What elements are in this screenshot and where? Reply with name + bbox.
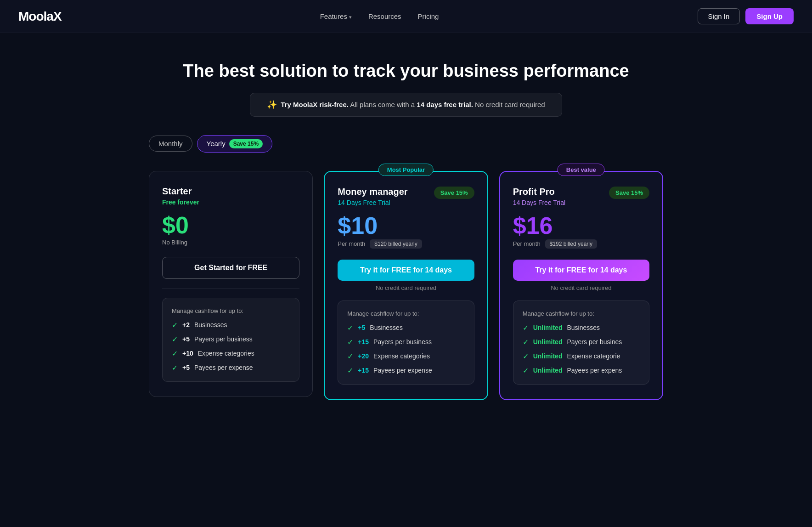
sparkle-icon: ✨ [267,100,277,110]
check-icon: ✓ [172,349,178,358]
feature-text: Payees per expense [194,364,253,371]
starter-plan-name: Starter [162,186,299,197]
banner-brand: Try MoolaX risk-free. [281,101,349,108]
money-manager-card: Most Popular Money manager 14 Days Free … [324,171,488,400]
list-item: ✓ Unlimited Payers per busines [523,338,640,346]
logo-text: MoolaX [18,9,62,23]
feature-num: Unlimited [533,338,563,346]
profit-pro-cta-button[interactable]: Try it for FREE for 14 days [513,260,649,281]
list-item: ✓ +10 Expense categories [172,349,290,358]
profit-pro-price: $16 [513,214,649,238]
feature-num: +10 [182,350,193,357]
feature-text: Payers per business [373,338,432,346]
money-manager-sub-label: 14 Days Free Trial [338,199,474,206]
banner-text: All plans come with a [350,101,417,108]
check-icon: ✓ [347,323,353,332]
nav-features[interactable]: Features [320,12,352,20]
feature-num: Unlimited [533,367,563,374]
list-item: ✓ Unlimited Payees per expens [523,366,640,375]
billed-badge: $120 billed yearly [370,239,422,249]
monthly-toggle[interactable]: Monthly [149,136,192,152]
starter-billing-text: No Billing [162,239,187,246]
feature-num: +5 [358,324,365,331]
check-icon: ✓ [347,338,353,346]
nav-pricing[interactable]: Pricing [418,12,439,20]
feature-num: +5 [182,335,190,343]
popular-badge-wrapper: Most Popular [378,164,434,176]
profit-pro-no-cc: No credit card required [513,284,649,291]
money-manager-no-cc: No credit card required [338,284,474,291]
list-item: ✓ +5 Businesses [347,323,464,332]
billed-badge: $192 billed yearly [545,239,597,249]
check-icon: ✓ [172,321,178,329]
banner-no-cc: No credit card required [475,101,545,108]
starter-billing: No Billing [162,239,299,246]
billing-toggle: Monthly Yearly Save 15% [149,135,663,153]
check-icon: ✓ [347,366,353,375]
feature-text: Businesses [370,324,403,331]
feature-text: Businesses [567,324,600,331]
feature-text: Payers per busines [567,338,622,346]
money-manager-billing: Per month $120 billed yearly [338,239,474,249]
value-badge: Best value [558,164,605,176]
nav-resources[interactable]: Resources [368,12,401,20]
banner-highlight: 14 days free trial. [417,101,473,108]
list-item: ✓ +15 Payees per expense [347,366,464,375]
nav-actions: Sign In Sign Up [698,8,794,24]
profit-pro-save-badge: Save 15% [609,187,649,199]
hero-title: The best solution to track your business… [149,61,663,82]
starter-price: $0 [162,213,299,237]
yearly-label: Yearly [207,140,226,147]
check-icon: ✓ [523,352,529,361]
feature-text: Businesses [194,321,227,329]
check-icon: ✓ [523,366,529,375]
starter-sub-label: Free forever [162,198,299,206]
profit-pro-card: Best value Profit Pro 14 Days Free Trial… [499,171,663,400]
profit-pro-sub-label: 14 Days Free Trial [513,199,649,206]
feature-num: Unlimited [533,352,563,360]
profit-pro-billing: Per month $192 billed yearly [513,239,649,249]
check-icon: ✓ [347,352,353,361]
profit-pro-features-box: Manage cashflow for up to: ✓ Unlimited B… [513,300,649,385]
feature-num: +15 [358,367,369,374]
main-content: The best solution to track your business… [130,33,682,437]
feature-text: Expense categorie [567,352,620,360]
value-badge-wrapper: Best value [558,164,605,176]
list-item: ✓ +15 Payers per business [347,338,464,346]
feature-text: Payees per expense [373,367,432,374]
trial-banner: ✨ Try MoolaX risk-free. All plans come w… [250,93,562,117]
feature-num: Unlimited [533,324,563,331]
list-item: ✓ Unlimited Businesses [523,323,640,332]
feature-text: Payers per business [194,335,253,343]
save-badge: Save 15% [229,139,263,148]
check-icon: ✓ [523,338,529,346]
popular-badge: Most Popular [378,164,434,176]
check-icon: ✓ [523,323,529,332]
signin-button[interactable]: Sign In [698,8,740,24]
logo: MoolaX [18,9,62,24]
nav-links: Features Resources Pricing [320,12,439,20]
money-manager-cta-button[interactable]: Try it for FREE for 14 days [338,260,474,281]
feature-num: +5 [182,364,190,371]
money-manager-features-title: Manage cashflow for up to: [347,310,464,317]
signup-button[interactable]: Sign Up [745,8,794,24]
pricing-grid: Starter Free forever $0 No Billing Get S… [149,171,663,400]
billing-per: Per month [513,240,541,247]
list-item: ✓ +2 Businesses [172,321,290,329]
money-manager-save-badge: Save 15% [434,187,474,199]
list-item: ✓ +20 Expense categories [347,352,464,361]
chevron-down-icon [349,12,352,20]
feature-num: +20 [358,352,369,360]
check-icon: ✓ [172,363,178,372]
billing-per: Per month [338,240,365,247]
list-item: ✓ Unlimited Expense categorie [523,352,640,361]
yearly-toggle[interactable]: Yearly Save 15% [197,135,273,153]
money-manager-price: $10 [338,214,474,238]
starter-features-title: Manage cashflow for up to: [172,307,290,314]
starter-cta-button[interactable]: Get Started for FREE [162,257,299,279]
feature-text: Payees per expens [567,367,622,374]
feature-num: +2 [182,321,190,329]
money-manager-features-box: Manage cashflow for up to: ✓ +5 Business… [338,300,474,385]
list-item: ✓ +5 Payers per business [172,335,290,344]
check-icon: ✓ [172,335,178,344]
